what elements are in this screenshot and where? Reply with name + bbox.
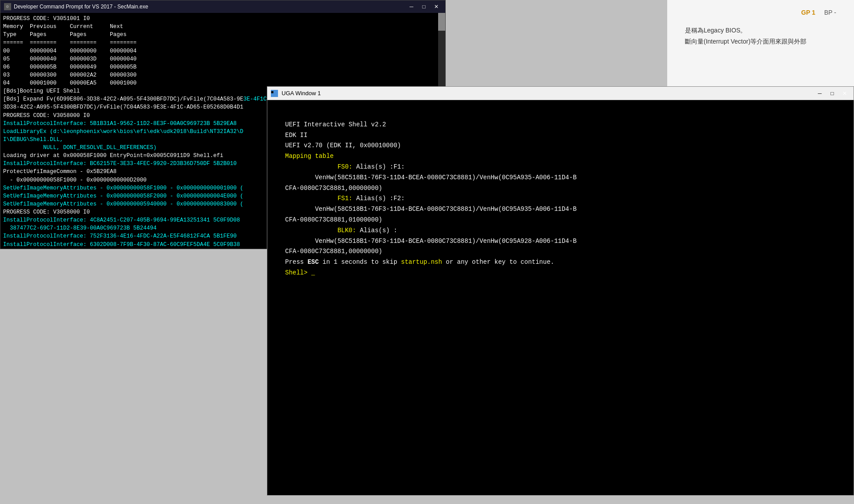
uga-content: UEFI Interactive Shell v2.2 EDK II UEFI … [285,109,836,289]
cmd-title-text: Developer Command Prompt for VS 2017 - S… [14,4,148,10]
gp-bp-bar: GP 1 BP - [676,4,845,20]
uga-fs0-line2: CFA-0080C73C8881,00000000) [285,185,382,192]
uga-fs0-line1: VenHw(58C518B1-76F3-11D4-BCEA-0080C73C88… [285,174,576,181]
bp-label: BP - [824,9,836,16]
cmd-line-03: 03 00000300 000002A2 00000300 [3,72,137,78]
cmd-line-install1: InstallProtocolInterface: 5B1B31A1-9562-… [3,121,237,127]
cmd-line-bds-boot: [Bds]Booting UEFI Shell [3,88,80,94]
cmd-titlebar-buttons: ─ □ ✕ [406,3,442,11]
uga-close-button[interactable]: ✕ [839,89,850,97]
uga-titlebar: ■ UGA Window 1 ─ □ ✕ [267,87,854,100]
cmd-maximize-button[interactable]: □ [419,3,429,11]
uga-line1: UEFI Interactive Shell v2.2 [285,121,386,128]
uga-title-text: UGA Window 1 [282,90,321,97]
uga-titlebar-buttons: ─ □ ✕ [814,89,850,97]
gp-label: GP 1 [801,9,815,16]
cmd-line-progress3: PROGRESS CODE: V3058000 I0 [3,209,90,215]
cmd-line-loading: Loading driver at 0x000058F1000 EntryPoi… [3,153,223,159]
uga-fs0-label: FS0: Alias(s) :F1: [307,163,404,170]
uga-line4: Mapping table [285,153,334,160]
cmd-line-progress2: PROGRESS CODE: V3058000 I0 [3,113,90,119]
cmd-scrollbar-thumb[interactable] [438,13,445,31]
uga-shell-prompt: Shell> _ [285,269,315,276]
uga-minimize-button[interactable]: ─ [814,89,825,97]
uga-maximize-button[interactable]: □ [827,89,838,97]
uga-press-line: Press ESC in 1 seconds to skip startup.n… [285,258,554,266]
cmd-line-sep: ====== ======== ======== ======== [3,40,137,46]
uga-blk0-line2: CFA-0080C73C8881,00000000) [285,248,382,255]
cmd-titlebar-left: ⚙ Developer Command Prompt for VS 2017 -… [4,3,148,10]
cmd-line-install3: InstallProtocolInterface: 4C8A2451-C207-… [3,217,240,247]
cmd-minimize-button[interactable]: ─ [406,3,417,11]
cmd-line-setuefi1: SetUefiImageMemoryAttributes - 0x0000000… [3,185,243,207]
uga-titlebar-left: ■ UGA Window 1 [271,90,321,97]
cmd-line-header2: Type Pages Pages Pages [3,32,127,38]
cmd-line-bds-expand2: 3D38-42C2-A095-5F4300BFD7DC)/FvFile(7C04… [3,104,243,110]
uga-line2: EDK II [285,132,307,139]
cmd-line-00: 00 00000004 00000000 00000004 [3,48,137,54]
cmd-close-button[interactable]: ✕ [431,3,442,11]
uga-window: ■ UGA Window 1 ─ □ ✕ UEFI Interactive Sh… [267,86,854,496]
cmd-line-install2: InstallProtocolInterface: BC62157E-3E33-… [3,161,237,167]
right-panel-text1: 是稱為Legacy BIOS。 斷向量(Interrupt Vector)等介面… [676,20,845,52]
uga-fs1-line2: CFA-0080C73C8881,01000000) [285,216,382,223]
cmd-line-04: 04 00001000 00000EA5 00001000 [3,80,137,86]
cmd-line-loadlib1: LoadLibraryEx (d:\leonphoenix\work\bios\… [3,129,243,151]
uga-blk0-line1: VenHw(58C518B1-76F3-11D4-BCEA-0080C73C88… [285,238,576,245]
uga-window-icon: ■ [271,90,278,97]
uga-line3: UEFI v2.70 (EDK II, 0x00010000) [285,142,401,149]
cmd-line-05: 05 00000040 0000003D 00000040 [3,56,137,62]
cmd-window-icon: ⚙ [4,3,11,10]
cmd-line-progress1: PROGRESS CODE: V3051001 I0 [3,16,90,22]
uga-body[interactable]: UEFI Interactive Shell v2.2 EDK II UEFI … [267,100,854,495]
uga-blk0-label: BLK0: Alias(s) : [307,227,397,234]
cmd-line-06: 06 0000005B 00000049 0000005B [3,64,137,70]
cmd-line-header1: Memory Previous Current Next [3,24,123,30]
cmd-line-bds-expand1: [Bds] Expand Fv(6D99E806-3D38-42C2-A095-… [3,96,243,102]
uga-fs1-line1: VenHw(58C518B1-76F3-11D4-BCEA-0080C73C88… [285,206,576,213]
cmd-titlebar: ⚙ Developer Command Prompt for VS 2017 -… [0,0,445,13]
cmd-line-protect: ProtectUefiImageCommon - 0x5B29EA8 - 0x0… [3,169,147,183]
uga-fs1-label: FS1: Alias(s) :F2: [307,195,404,202]
